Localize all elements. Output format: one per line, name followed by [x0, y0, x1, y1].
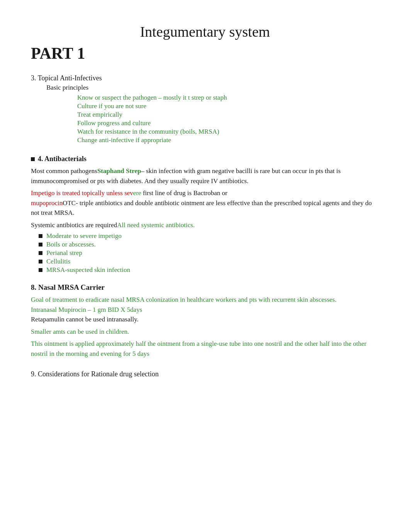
part-heading: PART 1 — [31, 44, 379, 63]
list-bullet-2-icon — [39, 243, 42, 246]
section-9-heading: 9. Considerations for Rationale drug sel… — [31, 370, 379, 378]
section-4: 4. Antibacterials Most common pathogensS… — [31, 155, 379, 274]
section-4-body3: Systemic antibiotics are requiredAll nee… — [31, 220, 379, 230]
section-4-list: Moderate to severe impetigo Boils or abs… — [31, 232, 379, 274]
section-8-heading: 8. Nasal MRSA Carrier — [31, 283, 379, 292]
list-item-1-text: Moderate to severe impetigo — [46, 232, 122, 240]
list-bullet-1-icon — [39, 234, 42, 238]
green-all-need: All need systemic antibiotics. — [117, 221, 195, 229]
list-item-4: Cellulitis — [39, 258, 379, 265]
list-bullet-5-icon — [39, 268, 42, 272]
list-bullet-4-icon — [39, 260, 42, 263]
black-line-of-drug: line of drug is Bactroban or — [153, 189, 227, 197]
section-8-green1: Intranasal Mupirocin – 1 gm BID X 5days — [31, 305, 379, 315]
section-4-body1: Most common pathogensStaphand Strep– ski… — [31, 166, 379, 186]
section-8-body-long: This ointment is applied approximately h… — [31, 339, 379, 359]
black-systemic: Systemic antibiotics are required — [31, 221, 117, 229]
section-4-body2: Impetigo is treated topically unless sev… — [31, 188, 379, 218]
section-9: 9. Considerations for Rationale drug sel… — [31, 370, 379, 378]
bullet-square-icon — [31, 157, 35, 161]
section-8-body1: Goal of treatment to eradicate nasal MRS… — [31, 295, 379, 305]
red-mupoprocin: mupoprocin — [31, 199, 63, 207]
bullet-3: Treat empirically — [77, 111, 379, 119]
list-bullet-3-icon — [39, 251, 42, 255]
body1-black-start: Most common pathogens — [31, 167, 97, 175]
section-3-bullets: Know or suspect the pathogen – mostly it… — [77, 94, 379, 144]
black-otc: OTC- triple antibiotics and double antib… — [31, 199, 372, 217]
red-impetigo: Impetigo is treated topically unless sev — [31, 189, 133, 197]
section-3-heading: 3. Topical Anti-Infectives — [31, 74, 379, 82]
section-3: 3. Topical Anti-Infectives Basic princip… — [31, 74, 379, 144]
bullet-5: Watch for resistance in the community (b… — [77, 128, 379, 136]
bullet-2: Culture if you are not sure — [77, 102, 379, 110]
black-first: first — [141, 189, 154, 197]
bullet-1: Know or suspect the pathogen – mostly it… — [77, 94, 379, 102]
list-item-5: MRSA-suspected skin infection — [39, 266, 379, 274]
bullet-6: Change anti-infective if appropriate — [77, 136, 379, 144]
list-item-2: Boils or abscesses. — [39, 241, 379, 248]
section-8: 8. Nasal MRSA Carrier Goal of treatment … — [31, 283, 379, 359]
list-item-3: Perianal strep — [39, 249, 379, 257]
list-item-1: Moderate to severe impetigo — [39, 232, 379, 240]
bullet-4: Follow progress and culture — [77, 119, 379, 127]
section-4-heading: 4. Antibacterials — [31, 155, 379, 163]
list-item-2-text: Boils or abscesses. — [46, 241, 96, 248]
page-title: Integumentary system — [31, 23, 379, 40]
list-item-5-text: MRSA-suspected skin infection — [46, 266, 130, 274]
body1-green-pathogens: Staphand Strep — [97, 167, 141, 175]
section-8-green2: Smaller amts can be used in children. — [31, 327, 379, 337]
section-8-black1: Retapamulin cannot be used intranasally. — [31, 314, 379, 325]
list-item-4-text: Cellulitis — [46, 258, 70, 265]
list-item-3-text: Perianal strep — [46, 249, 82, 257]
green-ere: ere — [133, 189, 141, 197]
section-3-subheading: Basic principles — [46, 84, 379, 92]
